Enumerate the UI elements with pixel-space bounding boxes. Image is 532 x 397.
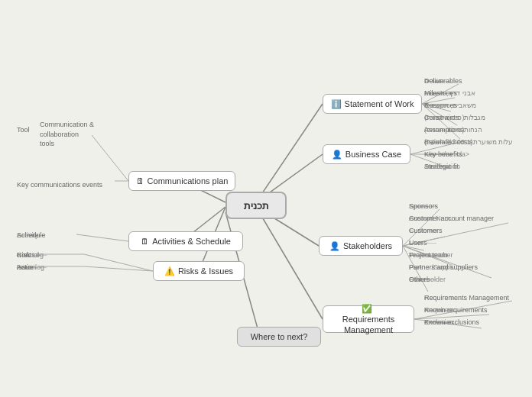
svg-line-26 (92, 135, 128, 181)
tool-label: Tool (17, 126, 30, 134)
key-benefits-val: </a> </a> </a> (424, 150, 469, 158)
users-row: Users ———— User (409, 239, 436, 247)
resources-heb: משאבים, תקציבים (424, 102, 476, 109)
schedule-row: Schedule ———— Activity (17, 231, 44, 239)
users-val: User (409, 239, 423, 247)
center-node: תכנית (225, 192, 287, 219)
statement-label: Statement of Work (345, 99, 414, 108)
key-benefits-row: Key benefits ———— </a> </a> </a> (424, 150, 452, 158)
stakeholders-node[interactable]: 👤 Stakeholders (319, 236, 403, 256)
stakeholders-label: Stakeholders (343, 241, 392, 250)
business-case-label: Business Case (345, 150, 401, 159)
where-next-label: Where to next? (251, 332, 308, 341)
statement-icon: ℹ️ (331, 99, 342, 109)
communications-icon: 🗓 (136, 176, 144, 186)
customers-row: Customers ———— Customer (409, 227, 436, 234)
svg-line-29 (84, 254, 153, 271)
req-management-row: Requirements Management — Requirem... (424, 294, 431, 302)
activities-label: Activities & Schedule (152, 237, 231, 246)
project-team-row: Project team ———— Team member (409, 251, 436, 259)
issue-log-label: Issue log (17, 263, 44, 271)
communications-plan-node[interactable]: 🗓 Communications plan (128, 171, 235, 191)
assumptions-heb: הנחות(סיכוני תכנית) (424, 126, 483, 134)
business-case-icon: 👤 (332, 150, 342, 160)
activities-icon: 🗓 (141, 237, 149, 246)
cam-val: Account Nam... (409, 215, 456, 222)
cam-row: Customer account manager — Account Nam..… (409, 215, 416, 222)
risks-label: Risks & Issues (178, 266, 233, 276)
risks-icon: ⚠️ (164, 266, 175, 276)
strategic-fit-row: Strategic fit ———— Justification (424, 163, 452, 170)
where-next-node[interactable]: Where to next? (237, 327, 321, 347)
deliverables-heb: תוצרים (424, 77, 444, 85)
deliverables-row: Deliverables ———— תוצרים (424, 77, 452, 85)
business-case-node[interactable]: 👤 Business Case (323, 144, 410, 164)
estimated-costs-val: עלות משוערת(ב 400 ₪ לשעה) (424, 138, 513, 146)
statement-of-work-node[interactable]: ℹ️ Statement of Work (323, 94, 422, 114)
requirements-management-node[interactable]: ✅ RequirementsManagement (323, 305, 414, 333)
assumptions-row: Assumptions ———— הנחות(סיכוני תכנית) (424, 126, 452, 134)
partners-val: Partner/Suppli... (409, 263, 459, 271)
others-val: Stakeholder (409, 276, 446, 283)
customers-val: Customer (409, 227, 439, 234)
constraints-heb: מגבלות(סיכוני תכנית) (424, 114, 486, 121)
others-row: Others ———— Stakeholder (409, 276, 436, 283)
communications-label: Communications plan (148, 176, 229, 186)
sponsors-val: Sponsor (409, 202, 435, 210)
activities-schedule-node[interactable]: 🗓 Activities & Schedule (128, 231, 243, 251)
svg-line-30 (84, 266, 153, 271)
action-row: Action —— Issue —— Issue log (17, 263, 47, 271)
resources-row: Resources ———— משאבים, תקציבים (424, 102, 452, 109)
known-excl-row: Known exclusions ———— Exclusion (424, 318, 452, 326)
risks-issues-node[interactable]: ⚠️ Risks & Issues (153, 261, 245, 281)
known-req-row: Known requirements —— Requirem... (424, 306, 438, 314)
center-label: תכנית (244, 200, 269, 211)
req-management-val: Requirem... (424, 294, 460, 302)
svg-line-0 (256, 104, 323, 202)
risk-log-label: Risk Log (17, 251, 44, 259)
requirements-icon: ✅ (362, 303, 372, 314)
constraints-row: Constraints ———— מגבלות(סיכוני תכנית) (424, 114, 452, 121)
svg-line-28 (76, 234, 128, 241)
estimated-costs-row: Estimated costs ———— עלות משוערת(ב 400 ₪… (424, 138, 452, 146)
known-excl-val: Exclusion (424, 318, 454, 326)
mindmap-canvas: תכנית ℹ️ Statement of Work 👤 Business Ca… (0, 0, 532, 397)
comm-collab-label: Communication &collaborationtools (40, 120, 94, 149)
key-comm-label: Key communications events (17, 181, 102, 189)
partners-row: Partners and suppliers —— Partner/Suppli… (409, 263, 423, 271)
control-row: Control —— Risk —— Risk Log (17, 251, 47, 259)
activity-val: Activity (17, 231, 39, 239)
known-req-val: Requirem... (424, 306, 460, 314)
strategic-fit-val: Justification (424, 163, 460, 170)
milestones-heb: אבני דרך, חשובות (424, 89, 475, 97)
stakeholders-icon: 👤 (329, 241, 340, 251)
milestones-row: Milestones ———— אבני דרך, חשובות (424, 89, 452, 97)
svg-line-3 (256, 207, 323, 319)
requirements-label: RequirementsManagement (342, 314, 394, 336)
sponsors-row: Sponsors ———— Sponsor (409, 202, 436, 210)
project-team-val: Team member (409, 251, 453, 259)
